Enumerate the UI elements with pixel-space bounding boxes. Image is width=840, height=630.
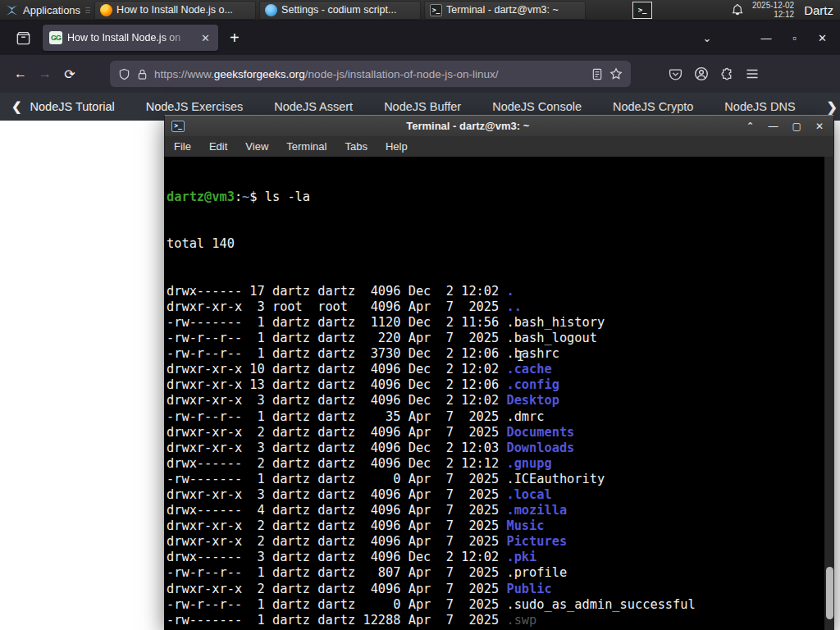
nav-scroll-right-icon[interactable]: ❯ xyxy=(827,99,838,115)
nav-link-assert[interactable]: NodeJS Assert xyxy=(274,100,353,113)
desktop: Applications How to Install Node.js o...… xyxy=(0,0,840,630)
terminal-maximize-button[interactable]: ▢ xyxy=(792,121,801,132)
codium-icon xyxy=(265,4,277,16)
file-name: .bash_logout xyxy=(506,331,597,345)
taskbar-window-title: How to Install Node.js o... xyxy=(116,4,233,16)
panel-user-label[interactable]: Dartz xyxy=(804,3,833,17)
directory-name: .cache xyxy=(506,362,551,377)
menu-help[interactable]: Help xyxy=(377,140,417,153)
terminal-line: drwx------ 3 dartz dartz 4096 Dec 2 12:0… xyxy=(167,550,696,565)
forward-button[interactable]: → xyxy=(33,62,57,86)
nav-link-tutorial[interactable]: NodeJS Tutorial xyxy=(30,100,115,113)
clock-date: 2025-12-02 xyxy=(752,1,794,10)
menu-file[interactable]: File xyxy=(165,140,200,153)
tracking-shield-icon[interactable] xyxy=(118,68,130,80)
terminal-scrollbar[interactable] xyxy=(824,157,834,630)
pocket-save-icon[interactable] xyxy=(669,67,682,81)
file-name: .profile xyxy=(506,565,567,580)
directory-name: Music xyxy=(506,518,544,533)
terminal-line: -rw-r--r-- 1 dartz dartz 807 Apr 7 2025 … xyxy=(167,565,696,581)
terminal-scrollbar-thumb[interactable] xyxy=(826,567,833,619)
file-name: .dmrc xyxy=(506,409,544,424)
file-name: .ICEauthority xyxy=(506,472,605,486)
terminal-line: -rw------- 1 dartz dartz 1120 Dec 2 11:5… xyxy=(167,315,696,331)
reload-button[interactable]: ⟳ xyxy=(57,62,82,86)
terminal-line: drwxr-xr-x 13 dartz dartz 4096 Dec 2 12:… xyxy=(167,377,696,393)
terminal-line: drwxr-xr-x 3 dartz dartz 4096 Apr 7 2025… xyxy=(167,487,696,503)
terminal-minimize-button[interactable]: — xyxy=(769,121,778,132)
new-tab-button[interactable]: + xyxy=(230,29,240,48)
lock-icon[interactable] xyxy=(137,68,148,80)
menu-edit[interactable]: Edit xyxy=(200,140,236,153)
nav-link-dns[interactable]: NodeJS DNS xyxy=(724,100,795,113)
terminal-window: >_ Terminal - dartz@vm3: ~ ⌃ — ▢ ✕ File … xyxy=(164,115,834,630)
firefox-view-icon[interactable] xyxy=(11,26,34,49)
applications-menu-button[interactable]: Applications xyxy=(0,0,85,20)
terminal-line: drwxr-xr-x 2 dartz dartz 4096 Apr 7 2025… xyxy=(167,518,696,534)
nav-link-exercises[interactable]: NodeJS Exercises xyxy=(146,100,243,113)
directory-name: . xyxy=(506,284,514,299)
directory-name: .mozilla xyxy=(506,503,567,518)
terminal-shade-button[interactable]: ⌃ xyxy=(746,121,755,132)
menu-terminal[interactable]: Terminal xyxy=(277,140,336,153)
menu-view[interactable]: View xyxy=(236,140,277,153)
terminal-line: -rw-r--r-- 1 dartz dartz 3730 Dec 2 12:0… xyxy=(167,346,696,362)
terminal-line: drwxr-xr-x 2 dartz dartz 4096 Apr 7 2025… xyxy=(167,425,696,441)
taskbar-window-terminal[interactable]: >_ Terminal - dartz@vm3: ~ xyxy=(424,1,586,20)
browser-tab[interactable]: GG How to Install Node.js on ✕ xyxy=(43,25,218,51)
mouse-ibeam-cursor: I xyxy=(517,348,527,366)
tab-close-icon[interactable]: ✕ xyxy=(199,32,212,44)
reader-mode-icon[interactable] xyxy=(591,68,603,80)
terminal-line: drwx------ 2 dartz dartz 4096 Dec 2 12:1… xyxy=(167,456,696,472)
nav-link-buffer[interactable]: NodeJS Buffer xyxy=(384,100,461,113)
taskbar-window-title: Settings - codium script... xyxy=(281,4,396,16)
terminal-titlebar[interactable]: >_ Terminal - dartz@vm3: ~ ⌃ — ▢ ✕ xyxy=(164,115,834,136)
file-name: .bash_history xyxy=(506,315,605,330)
top-panel: Applications How to Install Node.js o...… xyxy=(0,0,840,21)
terminal-line: drwxr-xr-x 3 dartz dartz 4096 Dec 2 12:0… xyxy=(167,441,696,456)
applications-label: Applications xyxy=(23,4,80,16)
terminal-menubar: File Edit View Terminal Tabs Help xyxy=(164,136,834,157)
directory-name: Pictures xyxy=(506,534,567,549)
taskbar-window-codium[interactable]: Settings - codium script... xyxy=(259,1,421,20)
account-icon[interactable] xyxy=(694,66,709,81)
taskbar-window-firefox[interactable]: How to Install Node.js o... xyxy=(94,1,256,20)
panel-clock[interactable]: 2025-12-02 12:12 xyxy=(752,1,794,19)
menu-tabs[interactable]: Tabs xyxy=(336,140,376,153)
terminal-icon: >_ xyxy=(430,4,442,16)
nav-link-crypto[interactable]: NodeJS Crypto xyxy=(613,100,693,113)
hamburger-menu-icon[interactable] xyxy=(746,68,759,80)
window-maximize-button[interactable]: ▫ xyxy=(792,32,797,44)
window-minimize-button[interactable]: — xyxy=(760,32,771,44)
command-text: ls -la xyxy=(265,189,310,204)
panel-handle xyxy=(85,0,92,20)
file-name: .swp xyxy=(506,613,536,628)
tab-title: How to Install Node.js on xyxy=(67,32,194,43)
list-all-tabs-icon[interactable]: ⌄ xyxy=(703,32,712,44)
terminal-line: -rw-r--r-- 1 dartz dartz 35 Apr 7 2025 .… xyxy=(167,409,696,425)
url-text: https://www.geeksforgeeks.org/node-js/in… xyxy=(154,68,585,80)
terminal-line: drwxr-xr-x 3 root root 4096 Apr 7 2025 .… xyxy=(167,299,696,315)
firefox-icon xyxy=(100,4,112,16)
tray-terminal-icon[interactable]: >_ xyxy=(632,2,652,19)
terminal-window-title: Terminal - dartz@vm3: ~ xyxy=(189,120,746,132)
url-bar[interactable]: https://www.geeksforgeeks.org/node-js/in… xyxy=(110,61,631,87)
nav-link-console[interactable]: NodeJS Console xyxy=(492,100,582,113)
window-close-button[interactable]: ✕ xyxy=(818,32,827,44)
back-button[interactable]: ← xyxy=(8,62,33,86)
bookmark-star-icon[interactable] xyxy=(609,67,623,80)
directory-name: Desktop xyxy=(506,393,559,408)
nav-scroll-left-icon[interactable]: ❮ xyxy=(11,99,22,114)
directory-name: Documents xyxy=(506,425,574,440)
terminal-line: -rw------- 1 dartz dartz 12288 Apr 7 202… xyxy=(167,613,696,628)
terminal-line: drwx------ 4 dartz dartz 4096 Apr 7 2025… xyxy=(167,503,696,518)
terminal-content[interactable]: dartz@vm3:~$ ls -la total 140 drwx------… xyxy=(164,157,834,630)
total-line: total 140 xyxy=(167,236,696,252)
terminal-close-button[interactable]: ✕ xyxy=(815,121,824,132)
terminal-line: drwxr-xr-x 2 dartz dartz 4096 Apr 7 2025… xyxy=(167,534,696,550)
notification-bell-icon[interactable] xyxy=(731,3,744,16)
firefox-toolbar: ← → ⟳ https://www.geeksforgeeks.org/node… xyxy=(0,55,840,93)
taskbar-window-title: Terminal - dartz@vm3: ~ xyxy=(446,4,559,16)
geeksforgeeks-favicon: GG xyxy=(49,31,62,44)
extensions-puzzle-icon[interactable] xyxy=(720,67,734,81)
